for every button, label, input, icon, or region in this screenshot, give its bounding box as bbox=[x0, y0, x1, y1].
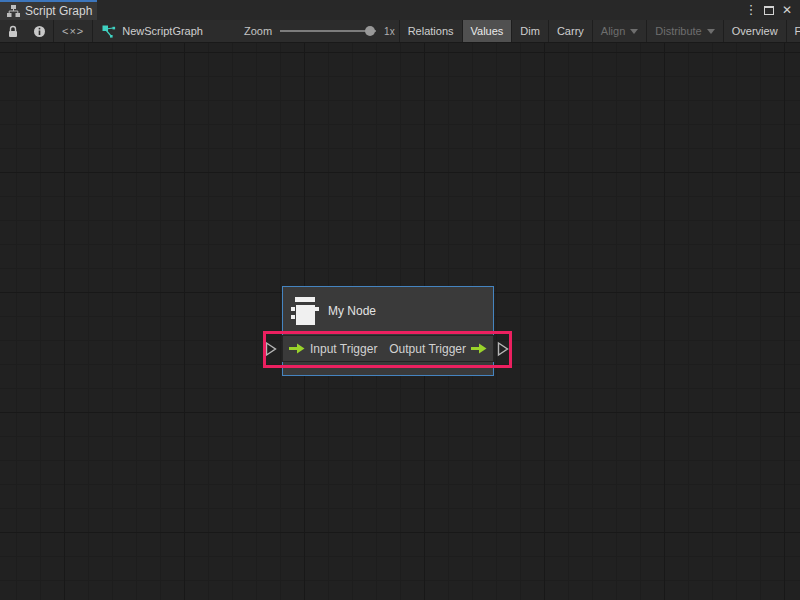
distribute-dropdown[interactable]: Distribute bbox=[647, 20, 722, 42]
graph-name-label: NewScriptGraph bbox=[122, 25, 203, 37]
unit-icon bbox=[289, 296, 319, 327]
info-icon bbox=[33, 25, 46, 38]
zoom-control: Zoom 1x bbox=[244, 20, 399, 42]
dim-toggle[interactable]: Dim bbox=[512, 20, 548, 42]
script-graph-icon bbox=[7, 5, 20, 17]
input-trigger-port[interactable]: Input Trigger bbox=[289, 342, 377, 356]
lock-button[interactable] bbox=[0, 20, 26, 42]
close-icon[interactable]: ✕ bbox=[780, 2, 794, 18]
distribute-label: Distribute bbox=[655, 25, 701, 37]
align-dropdown[interactable]: Align bbox=[593, 20, 646, 42]
maximize-icon[interactable] bbox=[764, 1, 774, 19]
fullscreen-button[interactable]: Full S bbox=[787, 20, 800, 42]
node-port-row: Input Trigger Output Trigger bbox=[282, 335, 494, 362]
graph-name-button[interactable]: NewScriptGraph bbox=[93, 20, 212, 42]
values-toggle[interactable]: Values bbox=[463, 20, 512, 42]
trigger-arrow-icon bbox=[289, 342, 305, 355]
graph-asset-icon bbox=[102, 25, 116, 38]
node-my-node[interactable]: My Node Input Trigger Output Trigger bbox=[282, 286, 494, 376]
relations-toggle[interactable]: Relations bbox=[400, 20, 462, 42]
trigger-arrow-icon bbox=[471, 342, 487, 355]
tab-script-graph[interactable]: Script Graph bbox=[0, 0, 97, 20]
overview-button[interactable]: Overview bbox=[724, 20, 786, 42]
zoom-slider-handle[interactable] bbox=[365, 26, 375, 36]
zoom-label: Zoom bbox=[244, 25, 272, 37]
window-controls: ⋮ ✕ bbox=[744, 0, 800, 20]
zoom-slider[interactable] bbox=[280, 30, 376, 32]
external-output-port-icon[interactable] bbox=[497, 341, 509, 357]
carry-toggle[interactable]: Carry bbox=[549, 20, 592, 42]
output-trigger-port[interactable]: Output Trigger bbox=[389, 342, 487, 356]
graph-toolbar: <×> NewScriptGraph Zoom 1x Relations Val… bbox=[0, 20, 800, 43]
input-trigger-label: Input Trigger bbox=[310, 342, 377, 356]
window-titlebar: Script Graph ⋮ ✕ bbox=[0, 0, 800, 20]
chevron-down-icon bbox=[707, 29, 715, 34]
lock-icon bbox=[7, 25, 19, 38]
window-menu-icon[interactable]: ⋮ bbox=[744, 2, 758, 18]
align-label: Align bbox=[601, 25, 625, 37]
tab-title: Script Graph bbox=[25, 4, 92, 18]
zoom-value: 1x bbox=[384, 26, 395, 37]
chevron-down-icon bbox=[630, 29, 638, 34]
external-input-port-icon[interactable] bbox=[265, 341, 277, 357]
node-header[interactable]: My Node bbox=[283, 287, 493, 335]
node-title: My Node bbox=[328, 304, 376, 318]
code-preview-button[interactable]: <×> bbox=[54, 20, 92, 42]
output-trigger-label: Output Trigger bbox=[389, 342, 466, 356]
inspect-button[interactable] bbox=[26, 20, 53, 42]
